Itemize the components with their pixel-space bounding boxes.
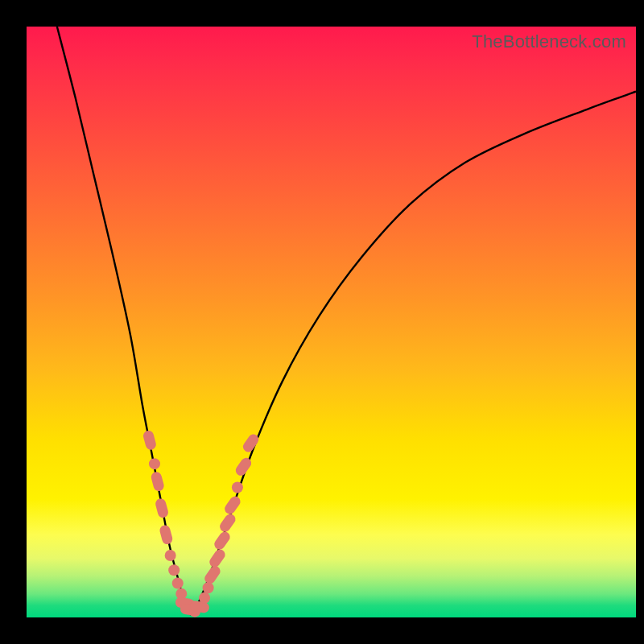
marker-pill	[155, 497, 170, 519]
plot-area: TheBottleneck.com	[27, 27, 636, 617]
marker-dot	[165, 550, 176, 561]
marker-pill	[142, 430, 158, 452]
bottleneck-curve	[57, 27, 636, 614]
marker-dot	[232, 482, 243, 493]
marker-dot	[149, 458, 160, 469]
curve-markers	[142, 430, 261, 617]
marker-pill	[223, 494, 242, 516]
marker-pill	[218, 512, 237, 534]
marker-pill	[203, 564, 222, 586]
marker-dot	[199, 592, 210, 604]
marker-pill	[159, 524, 174, 546]
marker-dot	[168, 564, 180, 576]
curve-path	[57, 27, 636, 614]
curve-svg	[27, 27, 636, 617]
chart-frame: TheBottleneck.com	[0, 0, 644, 644]
marker-pill	[150, 471, 165, 493]
marker-dot	[203, 582, 214, 593]
marker-dot	[172, 577, 184, 588]
marker-pill	[208, 547, 227, 569]
marker-pill	[213, 530, 232, 551]
